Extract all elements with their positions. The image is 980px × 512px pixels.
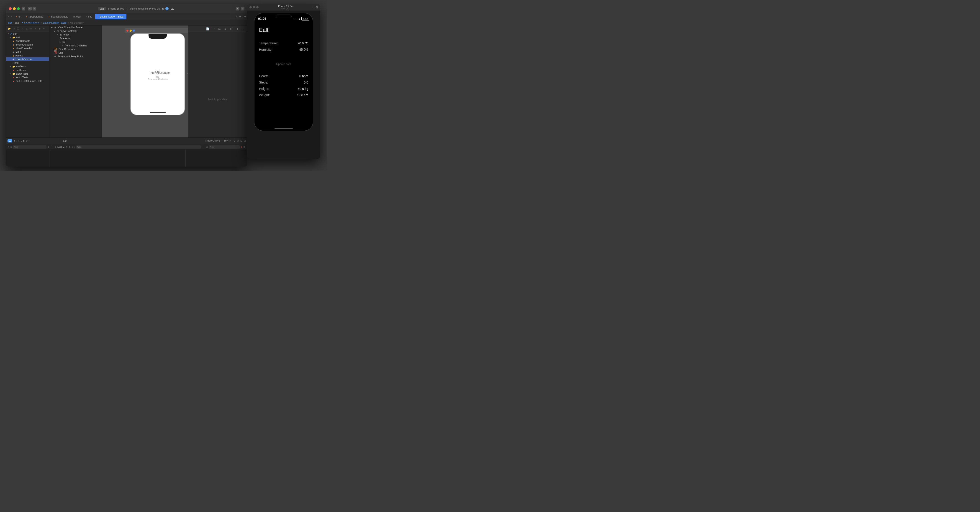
scene-tommaso[interactable]: L Tommaso Costanza: [49, 44, 102, 48]
device-label[interactable]: iPhone 15 Pro: [205, 139, 220, 142]
inspector-file-icon[interactable]: 📄: [205, 27, 210, 31]
sidebar-item-ealtuitests-sub[interactable]: ▲ ealtUITests: [6, 76, 49, 79]
plus-icon[interactable]: +: [236, 7, 239, 11]
debug-filter-right[interactable]: [209, 146, 240, 149]
split-view-icon[interactable]: ⊡: [236, 15, 238, 18]
scene-storyboard-entry[interactable]: ➜ Storyboard Entry Point: [49, 55, 102, 58]
zoom-plus-icon[interactable]: +: [230, 139, 231, 142]
more-tabs-icon[interactable]: ≡: [242, 15, 243, 18]
scene-pause-icon[interactable]: ⏸: [13, 139, 15, 142]
inspector-attributes-icon[interactable]: ≡: [223, 27, 228, 31]
debug-down-icon[interactable]: ▼: [66, 146, 68, 148]
find-nav-icon[interactable]: ⌕: [21, 27, 24, 30]
sidebar-item-viewcontroller[interactable]: ▲ ViewController: [6, 46, 49, 50]
assistant-icon[interactable]: ⊞: [239, 15, 241, 18]
tab-launchscreen[interactable]: ✕ LaunchScreen (Base): [95, 14, 126, 19]
scene-first-responder[interactable]: R First Responder: [49, 48, 102, 51]
sidebar-item-launchscreen[interactable]: ◉ LaunchScreen: [6, 57, 49, 61]
scheme-selector[interactable]: ealt: [98, 7, 106, 11]
debug-option-icon[interactable]: ⊙: [10, 146, 12, 148]
debug-up-icon[interactable]: ▲: [63, 146, 65, 148]
tab-forward[interactable]: ›: [10, 14, 13, 19]
canvas-settings-icon[interactable]: ⊙: [234, 139, 235, 142]
tab-appdelegate[interactable]: ▲ AppDelegate: [24, 14, 46, 19]
debug-filter-opt-r[interactable]: ⊙: [206, 146, 208, 148]
scene-vc[interactable]: ▶ ⊡ View Controller: [49, 29, 102, 33]
scene-by[interactable]: L By: [49, 40, 102, 44]
minimize-button[interactable]: [13, 7, 16, 10]
zoom-level[interactable]: 55%: [224, 139, 229, 142]
issues-icon[interactable]: △: [25, 27, 29, 30]
debug-filter-left[interactable]: [13, 146, 46, 149]
zoom-minus-icon[interactable]: −: [221, 139, 223, 142]
scene-view[interactable]: ▶ ▣ View: [49, 33, 102, 36]
scene-vc-scene[interactable]: ▶ ◉ View Controller Scene: [49, 25, 102, 29]
breadcrumb-part-1[interactable]: ealt: [8, 21, 12, 24]
breadcrumb-part-4[interactable]: LaunchScreen (Base): [43, 21, 67, 24]
canvas-arrange-icon[interactable]: ⊡: [240, 139, 242, 142]
sidebar-item-launch-tests[interactable]: ▲ ealtUITestsLaunchTests: [6, 79, 49, 83]
scene-bar-active[interactable]: ▬: [8, 139, 12, 143]
scene-continue-icon[interactable]: ▶: [23, 139, 25, 142]
report-icon[interactable]: ≡: [42, 27, 46, 30]
update-data-btn[interactable]: Update data: [259, 60, 308, 68]
breakpoint-icon[interactable]: ◈: [38, 27, 41, 30]
tab-scenedelegate[interactable]: ▲ SceneDelegate: [46, 14, 70, 19]
inspector-accessibility-icon[interactable]: ◎: [217, 27, 222, 31]
sidebar-item-ealt-root[interactable]: ▶ A ealt: [6, 32, 49, 35]
debug-split-icon[interactable]: ⊞: [243, 146, 245, 148]
close-button[interactable]: [9, 7, 12, 10]
breadcrumb-part-3[interactable]: ✕ LaunchScreen: [21, 21, 40, 24]
preview-home-icon[interactable]: ⌂: [313, 6, 314, 9]
folder-nav-icon[interactable]: 📁: [8, 27, 11, 30]
sidebar-item-ealt[interactable]: ▶ 📁 ealt: [6, 35, 49, 39]
scene-exit[interactable]: E Exit: [49, 51, 102, 55]
debug-auto-label[interactable]: Auto: [57, 146, 62, 148]
sidebar-item-ealttests-sub[interactable]: ▲ ealtTests: [6, 68, 49, 72]
tab-back[interactable]: ‹: [7, 14, 10, 19]
debug-icon[interactable]: ⊗: [33, 27, 37, 30]
debug-right-icon[interactable]: ➜: [71, 146, 73, 148]
scene-debug-icon[interactable]: ⊕: [26, 139, 27, 142]
scene-step-icon[interactable]: ↓: [16, 139, 18, 142]
tab-er[interactable]: ✕ er: [13, 14, 23, 19]
sidebar-item-appdelegate[interactable]: ▲ AppDelegate: [6, 39, 49, 43]
canvas-add-icon[interactable]: ⊕: [237, 139, 239, 142]
symbol-nav-icon[interactable]: { }: [16, 27, 20, 30]
scene-safe-area[interactable]: Safe Area: [49, 36, 102, 40]
debug-add-icon[interactable]: +: [8, 146, 10, 148]
run-icon[interactable]: ▶: [33, 7, 36, 11]
stop-icon[interactable]: ■: [28, 7, 32, 11]
debug-clear-icon[interactable]: ⊗: [241, 146, 243, 148]
scene-step-in-icon[interactable]: ↘: [20, 139, 22, 142]
debug-filter-icon-2[interactable]: ⊙: [68, 146, 70, 148]
tab-main[interactable]: ◉ Main: [71, 14, 84, 19]
scene-step-over-icon[interactable]: ↕: [18, 139, 19, 142]
inspector-history-icon[interactable]: ↩: [211, 27, 216, 31]
inspector-size-icon[interactable]: ⊡: [229, 27, 234, 31]
debug-filter-opt[interactable]: ⊙: [48, 146, 49, 148]
device-selector[interactable]: iPhone 15 Pro: [108, 7, 124, 10]
scene-share-icon[interactable]: ↑: [29, 139, 30, 142]
sidebar-item-assets[interactable]: ◈ Assets: [6, 54, 49, 57]
sidebar-toggle-icon[interactable]: ⊞: [22, 7, 25, 11]
breadcrumb-part-2[interactable]: ealt: [14, 21, 19, 24]
sidebar-item-ealttests[interactable]: ▶ 📁 ealtTests: [6, 65, 49, 68]
inspector-toggle-icon[interactable]: ⊡: [241, 7, 245, 11]
preview-screenshot-icon[interactable]: ⊡: [315, 6, 318, 9]
sidebar-item-info[interactable]: ℹ Info: [6, 61, 49, 65]
canvas-expand-icon[interactable]: ⊞: [244, 139, 246, 142]
inspector-connections-icon[interactable]: ➜: [235, 27, 239, 31]
sidebar-item-ealtuitests[interactable]: ▶ 📁 ealtUITests: [6, 72, 49, 76]
sidebar-item-scenedelegate[interactable]: ▲ SceneDelegate: [6, 43, 49, 46]
sidebar-item-main[interactable]: ◉ Main: [6, 50, 49, 54]
test-icon[interactable]: ◇: [29, 27, 33, 30]
debug-send-icon[interactable]: ↑: [74, 146, 75, 148]
fullscreen-button[interactable]: [17, 7, 20, 10]
add-tab-icon[interactable]: ⊕: [244, 15, 246, 18]
debug-filter-mid[interactable]: [76, 146, 201, 149]
debug-scheme-icon[interactable]: ⊙: [54, 146, 56, 148]
inspector-more-icon[interactable]: …: [241, 27, 245, 31]
source-control-icon[interactable]: ⊙: [12, 27, 16, 30]
tab-info[interactable]: ▪ Info: [84, 14, 94, 19]
